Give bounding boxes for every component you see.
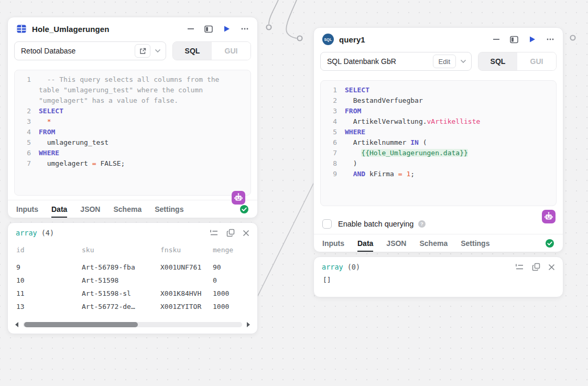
code-line: 6WHERE <box>15 148 251 158</box>
query-panel-query1: SQL query1 SQL Datenbank Gb <box>313 27 563 252</box>
code-line: 1 -- This query selects all columns from… <box>15 74 251 106</box>
line-number: 7 <box>15 158 39 169</box>
line-number: 7 <box>321 148 345 158</box>
horizontal-scrollbar <box>8 321 257 334</box>
line-number: 4 <box>321 116 345 127</box>
line-number: 6 <box>321 137 345 148</box>
code-line: 4FROM <box>15 127 251 137</box>
table-row: 13Art-56772-de…X001ZYITOR1000 <box>16 300 249 313</box>
line-number: 8 <box>321 158 345 169</box>
result-count: (0) <box>347 263 360 271</box>
run-query-icon[interactable] <box>223 25 231 33</box>
code-line: 7 {{Hole_Umlagerungen.data}} <box>321 148 556 158</box>
run-query-icon[interactable] <box>528 35 536 44</box>
edit-resource-button[interactable]: Edit <box>433 55 456 68</box>
line-number: 6 <box>15 148 39 158</box>
empty-array-value: [] <box>314 272 563 284</box>
line-number: 2 <box>321 95 345 106</box>
scroll-right-icon[interactable] <box>246 321 251 328</box>
result-type: array <box>322 263 343 271</box>
connector-port[interactable] <box>571 36 575 40</box>
tab-data[interactable]: Data <box>51 200 67 218</box>
chevron-down-icon[interactable] <box>155 49 161 53</box>
line-number: 5 <box>15 137 39 148</box>
close-icon[interactable] <box>548 264 555 271</box>
table-header-row: idskufnskumenge <box>16 243 249 256</box>
scrollbar-thumb[interactable] <box>24 322 138 327</box>
chevron-down-icon[interactable] <box>460 59 466 63</box>
line-number: 5 <box>321 127 345 137</box>
query-success-icon <box>545 239 554 248</box>
seg-sql[interactable]: SQL <box>173 42 212 60</box>
line-number: 1 <box>321 85 345 95</box>
seg-gui[interactable]: GUI <box>517 52 556 70</box>
result-table: idskufnskumenge9Art-56789-fbaX001UNF7619… <box>8 243 257 313</box>
tab-json[interactable]: JSON <box>386 234 406 252</box>
query-success-icon <box>239 205 249 214</box>
query-tab-bar: InputsDataJSONSchemaSettings <box>314 234 563 252</box>
panel-toggle-icon[interactable] <box>510 36 518 44</box>
code-line: 3 * <box>15 116 251 127</box>
table-row: 10Art-515980 <box>16 274 249 287</box>
scroll-left-icon[interactable] <box>14 321 19 328</box>
help-icon[interactable]: ? <box>418 220 426 228</box>
scrollbar-track[interactable] <box>23 322 242 327</box>
connector-port[interactable] <box>298 36 302 41</box>
mode-switcher: SQLGUI <box>172 41 251 60</box>
close-icon[interactable] <box>243 230 249 237</box>
mode-switcher: SQLGUI <box>478 52 557 71</box>
result-panel-right: array (0) [] <box>313 256 563 297</box>
line-number: 2 <box>15 106 39 116</box>
code-line: 7 umgelagert = FALSE; <box>15 158 251 169</box>
tab-inputs[interactable]: Inputs <box>322 234 344 252</box>
panel-header[interactable]: SQL query1 <box>314 28 563 51</box>
minimize-icon[interactable] <box>187 25 194 33</box>
tree-view-icon[interactable] <box>515 263 524 271</box>
panel-header[interactable]: Hole_Umlagerungen <box>8 17 257 40</box>
more-options-icon[interactable] <box>241 25 249 33</box>
sql-editor[interactable]: 1SELECT2 BestandVerfuegbar3FROM4 Artikel… <box>320 80 557 206</box>
code-line: 9 AND kFirma = 1; <box>321 169 556 179</box>
result-panel-left: array (4) idskufnskumenge9Art-56789-fba <box>7 222 258 334</box>
seg-gui[interactable]: GUI <box>212 42 251 60</box>
line-number: 3 <box>321 106 345 116</box>
sql-resource-icon: SQL <box>322 34 334 45</box>
sql-editor[interactable]: 1 -- This query selects all columns from… <box>14 70 251 196</box>
resource-name: SQL Datenbank GbR <box>327 57 429 66</box>
workflow-canvas: Hole_Umlagerungen Retool Database <box>0 0 588 386</box>
more-options-icon[interactable] <box>546 36 554 43</box>
ai-assistant-icon[interactable] <box>542 210 556 223</box>
code-line: 4 ArtikelVerwaltung.vArtikelliste <box>321 116 556 127</box>
tab-schema[interactable]: Schema <box>113 200 141 218</box>
batch-querying-row: Enable batch querying ? <box>322 218 554 230</box>
code-line: 3FROM <box>321 106 556 116</box>
tab-settings[interactable]: Settings <box>155 200 183 218</box>
resource-selector[interactable]: Retool Database <box>14 41 166 60</box>
open-resource-button[interactable] <box>135 44 150 58</box>
tab-settings[interactable]: Settings <box>461 234 489 252</box>
result-type: array <box>16 229 37 237</box>
tab-json[interactable]: JSON <box>80 200 100 218</box>
table-row: 9Art-56789-fbaX001UNF76190 <box>16 261 249 274</box>
ai-assistant-icon[interactable] <box>232 191 245 205</box>
tab-schema[interactable]: Schema <box>419 234 448 252</box>
batch-querying-checkbox[interactable] <box>322 219 332 229</box>
code-line: 6 Artikelnummer IN ( <box>321 137 556 148</box>
seg-sql[interactable]: SQL <box>478 52 517 70</box>
panel-toggle-icon[interactable] <box>204 25 213 33</box>
tab-data[interactable]: Data <box>357 234 373 252</box>
external-link-icon <box>139 48 146 55</box>
code-line: 5WHERE <box>321 127 556 137</box>
minimize-icon[interactable] <box>493 36 500 43</box>
copy-icon[interactable] <box>226 229 235 237</box>
tree-view-icon[interactable] <box>210 229 219 237</box>
resource-selector[interactable]: SQL Datenbank GbR Edit <box>320 52 472 71</box>
copy-icon[interactable] <box>532 263 540 271</box>
batch-querying-label: Enable batch querying <box>338 220 413 228</box>
connector-port[interactable] <box>267 25 271 30</box>
svg-text:?: ? <box>420 221 423 227</box>
code-line: 2SELECT <box>15 106 251 116</box>
code-line: 8 ) <box>321 158 556 169</box>
tab-inputs[interactable]: Inputs <box>16 200 38 218</box>
table-row: 11Art-51598-slX001K84HVH1000 <box>16 287 249 300</box>
